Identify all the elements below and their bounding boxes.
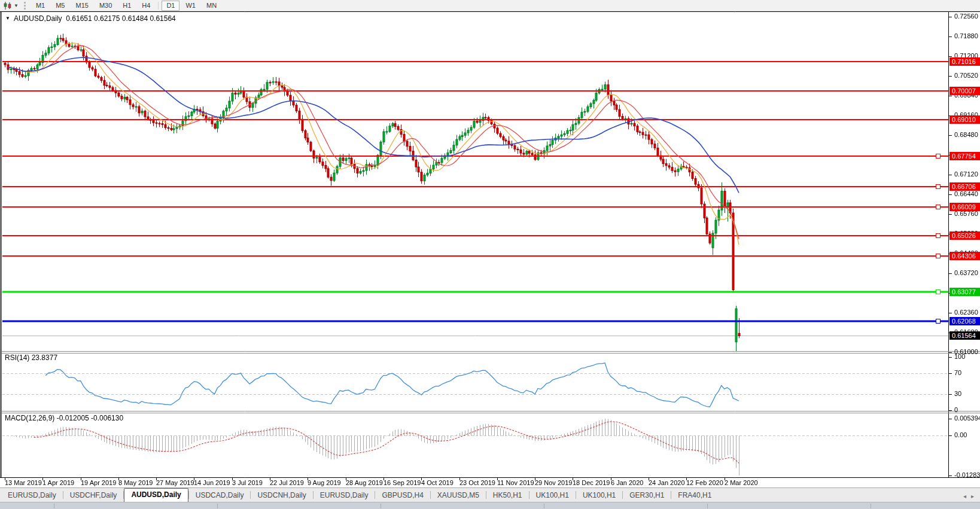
price-tick-label: 0.70520 [954, 72, 978, 79]
date-label: 13 Mar 2019 [5, 479, 42, 486]
rsi-tick-label: 100 [954, 353, 965, 360]
chart-tab-usdcnh-daily[interactable]: USDCNH,Daily [251, 489, 312, 502]
chart-tab-usdchf-daily[interactable]: USDCHF,Daily [63, 489, 124, 502]
current-price-box: 0.61564 [949, 331, 980, 340]
chart-tab-eurusd-daily[interactable]: EURUSD,Daily [1, 489, 63, 502]
date-label: 29 Nov 2019 [535, 479, 572, 486]
date-label: 8 May 2019 [118, 479, 153, 486]
date-label: 19 Apr 2019 [81, 479, 116, 486]
chart-tab-hk50-h1[interactable]: HK50,H1 [486, 489, 529, 502]
next-tabs-button[interactable]: ▸ [971, 493, 974, 499]
chart-tab-audusd-daily[interactable]: AUDUSD,Daily [124, 488, 188, 502]
chart-tab-uk100-h1[interactable]: UK100,H1 [576, 489, 622, 502]
chart-tab-gbpusd-h4[interactable]: GBPUSD,H4 [375, 489, 430, 502]
price-tick-label: 0.63720 [954, 269, 978, 276]
date-label: 4 Oct 2019 [421, 479, 454, 486]
chart-type-button[interactable]: ▼ [0, 0, 21, 11]
timeframe-button-w1[interactable]: W1 [181, 1, 200, 11]
level-price-box: 0.69010 [949, 115, 980, 124]
level-price-box: 0.67754 [949, 152, 980, 160]
level-price-box: 0.71016 [949, 57, 980, 66]
date-label: 24 Jan 2020 [649, 479, 685, 486]
timeframe-button-m5[interactable]: M5 [51, 1, 69, 11]
date-label: 14 Jun 2019 [194, 479, 230, 486]
date-label: 11 Nov 2019 [497, 479, 534, 486]
timeframe-button-h4[interactable]: H4 [137, 1, 155, 11]
date-label: 12 Feb 2020 [686, 479, 723, 486]
rsi-tick-label: 0 [954, 406, 958, 413]
price-tick-label: 0.62360 [954, 309, 978, 316]
toolbar-drag-handle[interactable] [24, 2, 26, 10]
strip-notch [871, 504, 871, 508]
strip-notch [707, 504, 708, 508]
timeframe-button-d1[interactable]: D1 [162, 1, 179, 11]
strip-notch [544, 504, 544, 508]
macd-tick-label: 0.00 [954, 431, 967, 438]
rsi-tick-label: 30 [954, 390, 961, 397]
strip-notch [381, 504, 381, 508]
strip-notch [54, 504, 54, 508]
timeframe-button-h1[interactable]: H1 [118, 1, 136, 11]
window-bottom-strip [0, 502, 980, 509]
level-price-box: 0.70007 [949, 87, 980, 95]
date-label: 23 Oct 2019 [459, 479, 495, 486]
level-price-box: 0.64306 [949, 252, 980, 260]
rsi-tick-label: 70 [954, 369, 961, 376]
price-tick-label: 0.71880 [954, 32, 978, 39]
date-label: 27 May 2019 [156, 479, 194, 486]
chart-tab-ger30-h1[interactable]: GER30,H1 [623, 489, 671, 502]
level-price-box: 0.62068 [949, 317, 980, 325]
dropdown-caret-icon: ▼ [14, 3, 19, 8]
level-price-box: 0.65026 [949, 231, 980, 240]
prev-tabs-button[interactable]: ◂ [963, 493, 966, 499]
timeframe-button-m15[interactable]: M15 [71, 1, 93, 11]
chart-tab-uk100-h1[interactable]: UK100,H1 [529, 489, 576, 502]
timeframe-toolbar: ▼ M1M5M15M30H1H4D1W1MN [0, 0, 980, 11]
macd-tick-label: -0.01283 [954, 471, 980, 478]
chart-title: ▼AUDUSD,Daily 0.61651 0.62175 0.61484 0.… [5, 14, 176, 23]
level-price-box: 0.66706 [949, 182, 980, 191]
price-tick-label: 0.66440 [954, 190, 978, 197]
macd-indicator-label: MACD(12,26,9) -0.012005 -0.006130 [5, 414, 123, 422]
date-label: 6 Jan 2020 [611, 479, 643, 486]
date-label: 22 Jul 2019 [270, 479, 304, 486]
rsi-indicator-label: RSI(14) 23.8377 [5, 353, 57, 362]
price-tick-label: 0.67120 [954, 170, 978, 178]
date-label: 16 Sep 2019 [384, 479, 421, 486]
timeframe-button-m1[interactable]: M1 [31, 1, 50, 11]
date-label: 28 Aug 2019 [346, 479, 383, 486]
chart-plot-canvas[interactable] [0, 0, 980, 509]
chart-ohlc-values: 0.61651 0.62175 0.61484 0.61564 [66, 14, 176, 23]
macd-tick-label: 0.005394 [954, 414, 980, 422]
chart-tab-fra40-h1[interactable]: FRA40,H1 [671, 489, 718, 502]
date-label: 1 Apr 2019 [42, 479, 74, 486]
chart-tab-usdcad-daily[interactable]: USDCAD,Daily [189, 489, 251, 502]
price-tick-label: 0.72560 [954, 13, 978, 20]
level-price-box: 0.66009 [949, 203, 980, 211]
level-price-box: 0.63077 [949, 288, 980, 296]
timeframe-button-m30[interactable]: M30 [95, 1, 117, 11]
date-label: 2 Mar 2020 [725, 479, 758, 486]
chart-tab-eurusd-daily[interactable]: EURUSD,Daily [314, 489, 375, 502]
tab-nav: ◂▸ [963, 493, 978, 499]
strip-notch [217, 504, 218, 508]
toolbar-separator [158, 2, 159, 10]
date-label: 18 Dec 2019 [573, 479, 610, 486]
date-label: 9 Aug 2019 [308, 479, 341, 486]
candlestick-chart-icon [4, 2, 12, 10]
chart-symbol-period: AUDUSD,Daily [14, 14, 62, 23]
collapse-triangle-icon[interactable]: ▼ [5, 16, 10, 21]
price-tick-label: 0.68480 [954, 131, 978, 138]
chart-tab-xauusd-m5[interactable]: XAUUSD,M5 [431, 489, 486, 502]
date-label: 3 Jul 2019 [232, 479, 263, 486]
timeframe-button-mn[interactable]: MN [202, 1, 221, 11]
chart-tab-bar: EURUSD,DailyUSDCHF,DailyAUDUSD,DailyUSDC… [0, 487, 980, 502]
trading-platform-window: ▼ M1M5M15M30H1H4D1W1MN ▼AUDUSD,Daily 0.6… [0, 0, 980, 509]
